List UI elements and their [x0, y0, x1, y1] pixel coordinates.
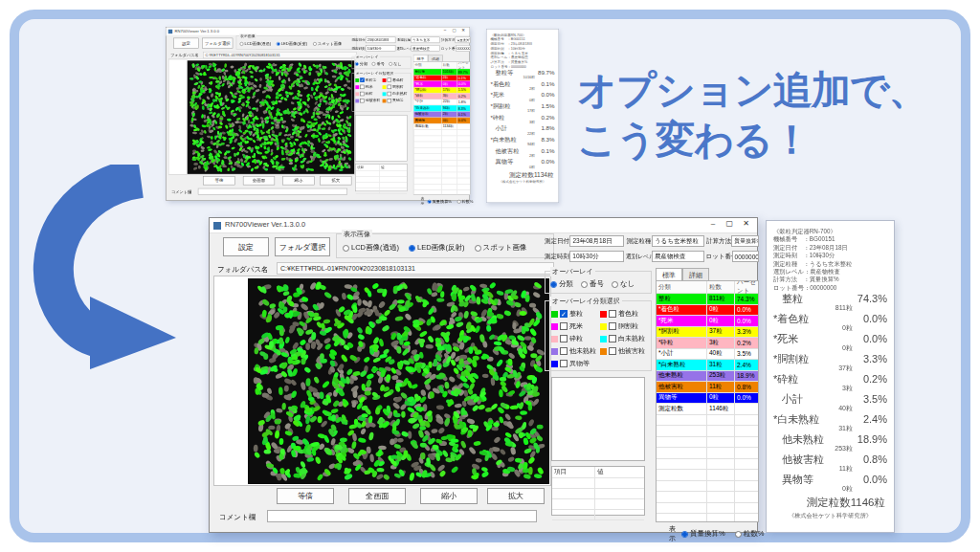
- table-row[interactable]: *白未熟粒31粒2.4%: [657, 360, 758, 371]
- table-empty-row[interactable]: [657, 448, 758, 459]
- zoom-out-button[interactable]: 縮小: [282, 176, 314, 185]
- checkbox-icon[interactable]: [609, 335, 616, 342]
- table-empty-row[interactable]: [657, 470, 758, 481]
- radio-option-分類[interactable]: 分類: [550, 279, 573, 289]
- checkbox-icon[interactable]: [388, 99, 391, 102]
- fullscreen-button[interactable]: 全画面: [348, 488, 406, 504]
- checkbox-icon[interactable]: [360, 92, 364, 96]
- maximize-icon[interactable]: ▢: [450, 28, 457, 33]
- field-value[interactable]: 23年08月18日: [366, 36, 396, 43]
- zoom-in-button[interactable]: 拡大: [487, 488, 545, 504]
- table-empty-row[interactable]: [657, 437, 758, 449]
- table-row[interactable]: 他未熟粒253粒18.9%: [657, 371, 758, 383]
- checkbox-icon[interactable]: [388, 85, 391, 89]
- table-empty-row[interactable]: [657, 492, 758, 503]
- radio-option-粒数%[interactable]: 粒数%: [457, 199, 474, 205]
- legend-item-砕粒[interactable]: 砕粒: [355, 91, 382, 97]
- field-value[interactable]: 10時30分: [569, 251, 624, 262]
- radio-option-番号[interactable]: 番号: [372, 61, 385, 67]
- table-row[interactable]: *砕粒3粒0.2%: [657, 338, 758, 349]
- radio-option-LCD画像(透過)[interactable]: LCD画像(透過): [343, 243, 399, 253]
- fullscreen-button[interactable]: 全画面: [243, 176, 275, 185]
- radio-option-番号[interactable]: 番号: [581, 279, 604, 289]
- field-value[interactable]: うるち玄米整粒: [652, 235, 704, 247]
- checkbox-icon[interactable]: [560, 335, 568, 342]
- legend-item-他被害粒[interactable]: 他被害粒: [355, 98, 382, 103]
- legend-item-整粒[interactable]: ✓整粒: [551, 309, 600, 319]
- legend-item-白未熟粒[interactable]: 白未熟粒: [383, 91, 410, 97]
- legend-item-他被害粒[interactable]: 他被害粒: [600, 346, 649, 356]
- table-empty-row[interactable]: [657, 481, 758, 493]
- checkbox-icon[interactable]: [388, 77, 391, 81]
- radio-option-LED画像(反射)[interactable]: LED画像(反射): [277, 41, 307, 47]
- radio-option-粒数%[interactable]: 粒数%: [735, 529, 765, 539]
- table-empty-row[interactable]: [657, 415, 758, 427]
- checkbox-icon[interactable]: ✓: [560, 310, 568, 318]
- checkbox-icon[interactable]: ✓: [360, 77, 364, 81]
- grain-image[interactable]: [248, 278, 549, 484]
- comment-input[interactable]: [267, 510, 537, 522]
- legend-item-着色粒[interactable]: 着色粒: [383, 77, 410, 83]
- legend-item-死米[interactable]: 死米: [551, 321, 600, 331]
- table-row[interactable]: *小計40粒3.5%: [657, 349, 758, 361]
- checkbox-icon[interactable]: [388, 92, 391, 96]
- legend-item-白未熟粒[interactable]: 白未熟粒: [600, 334, 649, 343]
- zoom-in-button[interactable]: 拡大: [320, 176, 351, 185]
- close-icon[interactable]: ✕: [739, 219, 753, 228]
- table-row[interactable]: 整粒811粒74.3%: [657, 294, 758, 305]
- table-row[interactable]: *胴割粒37粒3.3%: [657, 327, 758, 339]
- radio-option-質量換算%[interactable]: 質量換算%: [428, 199, 452, 205]
- table-total-row[interactable]: 測定粒数1146粒: [657, 404, 758, 415]
- radio-option-質量換算%[interactable]: 質量換算%: [681, 529, 725, 539]
- table-empty-row[interactable]: [657, 459, 758, 471]
- table-row[interactable]: 他被害粒11粒0.8%: [657, 382, 758, 393]
- title-bar[interactable]: RN700Viewer Ver.1.3.0.0 – ▢ ✕: [167, 28, 470, 36]
- legend-item-整粒等[interactable]: ✓整粒等: [355, 77, 382, 83]
- radio-option-スポット画像[interactable]: スポット画像: [313, 41, 342, 47]
- table-empty-row[interactable]: [657, 514, 758, 522]
- legend-item-異物等[interactable]: 異物等: [383, 98, 410, 103]
- table-empty-row[interactable]: [413, 190, 470, 195]
- field-value[interactable]: 質量換算%: [456, 36, 471, 43]
- legend-item-着色粒[interactable]: 着色粒: [600, 309, 649, 319]
- radio-option-スポット画像[interactable]: スポット画像: [475, 243, 527, 253]
- field-value[interactable]: 農産物検査: [411, 45, 439, 52]
- field-value[interactable]: 農産物検査: [652, 251, 704, 262]
- settings-button[interactable]: 設定: [223, 237, 269, 256]
- field-value[interactable]: うるち玄米: [411, 36, 439, 43]
- checkbox-icon[interactable]: [609, 310, 616, 318]
- actual-size-button[interactable]: 等倍: [277, 488, 334, 504]
- legend-item-異物等[interactable]: 異物等: [551, 359, 600, 368]
- table-row[interactable]: 異物等0粒0.0%: [657, 393, 758, 405]
- table-empty-row[interactable]: [657, 503, 758, 515]
- comment-input[interactable]: [198, 188, 347, 195]
- radio-option-分類[interactable]: 分類: [355, 61, 368, 67]
- folder-select-button[interactable]: フォルダ選択: [275, 237, 330, 256]
- minimize-icon[interactable]: –: [441, 28, 449, 33]
- checkbox-icon[interactable]: [609, 347, 616, 355]
- table-empty-row[interactable]: [657, 426, 758, 437]
- actual-size-button[interactable]: 等倍: [203, 176, 234, 185]
- checkbox-icon[interactable]: [609, 322, 616, 330]
- legend-item-死米[interactable]: 死米: [355, 84, 382, 90]
- minimize-icon[interactable]: –: [706, 219, 721, 228]
- table-row[interactable]: *死米0粒0.0%: [657, 316, 758, 327]
- checkbox-icon[interactable]: [360, 99, 364, 102]
- radio-option-なし[interactable]: なし: [612, 279, 635, 289]
- radio-option-なし[interactable]: なし: [389, 61, 401, 67]
- field-value[interactable]: 23年08月18日: [569, 235, 624, 247]
- legend-item-胴割粒[interactable]: 胴割粒: [600, 321, 649, 331]
- close-icon[interactable]: ✕: [459, 28, 467, 33]
- radio-option-LCD画像(透過)[interactable]: LCD画像(透過): [240, 41, 272, 47]
- settings-button[interactable]: 設定: [173, 38, 199, 49]
- legend-item-胴割粒[interactable]: 胴割粒: [383, 84, 410, 90]
- checkbox-icon[interactable]: [560, 322, 568, 330]
- table-row[interactable]: *着色粒0粒0.0%: [657, 305, 758, 317]
- legend-item-他未熟粒[interactable]: 他未熟粒: [551, 346, 600, 356]
- checkbox-icon[interactable]: [560, 347, 568, 355]
- field-value[interactable]: 00000000: [732, 251, 759, 262]
- title-bar[interactable]: RN700Viewer Ver.1.3.0.0 – ▢ ✕: [210, 218, 757, 233]
- field-value[interactable]: 10時30分: [366, 45, 395, 52]
- checkbox-icon[interactable]: [560, 360, 568, 367]
- field-value[interactable]: 00000000: [456, 45, 471, 52]
